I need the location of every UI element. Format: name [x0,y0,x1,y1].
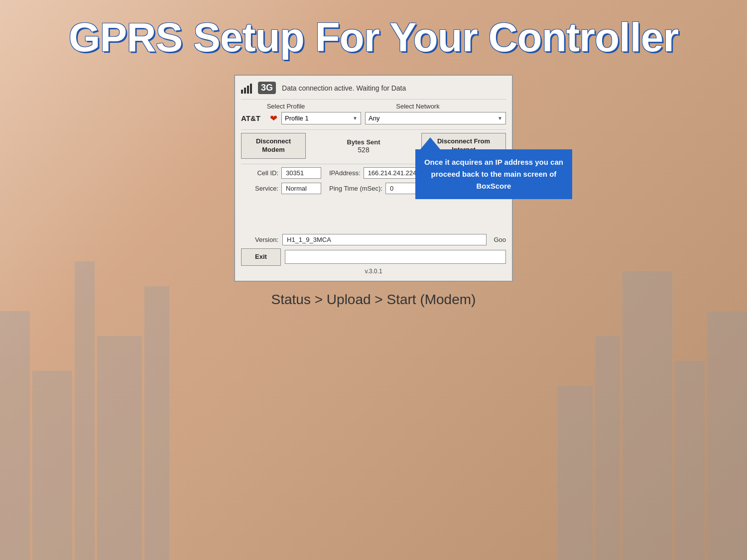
3g-badge: 3G [258,82,276,94]
disconnect-modem-label: Disconnect Modem [256,137,291,153]
control-panel: 3G Data connection active. Waiting for D… [234,75,513,282]
bytes-sent-value: 528 [310,146,417,154]
divider-2 [241,129,506,130]
tooltip-box: Once it acquires an IP address you can p… [415,149,572,199]
exit-input-field[interactable] [285,250,506,264]
tooltip-line3: BoxScore [476,182,511,190]
profile-dropdown-arrow: ▼ [353,115,358,121]
disconnect-modem-button[interactable]: Disconnect Modem [241,133,306,159]
service-label: Service: [241,185,278,192]
network-value: Any [369,114,379,122]
network-column-label: Select Network [330,103,506,110]
tooltip-line1: Once it acquires an IP address you can [424,158,563,166]
profile-value: Profile 1 [285,114,309,122]
profile-dropdown[interactable]: Profile 1 ▼ [281,112,361,124]
signal-bar-4 [250,84,252,94]
exit-label: Exit [255,253,267,260]
tooltip-line2: proceed back to the main screen of [431,170,557,178]
heart-icon: ❤ [270,113,277,124]
version-bottom: v.3.0.1 [241,268,506,275]
cell-id-value: 30351 [281,167,321,179]
tooltip-overlay: Once it acquires an IP address you can p… [415,137,572,199]
ping-label: Ping Time (mSec): [329,185,382,192]
ping-value-container: 0 Once it acquires an IP address you can… [385,183,506,194]
version-value: H1_1_9_3MCA [282,234,487,245]
version-label: Version: [241,236,278,243]
column-labels: Select Profile Select Network [241,103,506,110]
signal-bar-1 [241,90,243,94]
cell-id-label: Cell ID: [241,169,278,177]
good-label: Goo [494,236,506,243]
page-title: GPRS Setup For Your Controller [69,15,678,60]
divider-1 [241,99,506,100]
version-row: Version: H1_1_9_3MCA Goo [241,234,506,245]
provider-row: AT&T ❤ Profile 1 ▼ Any ▼ [241,112,506,124]
signal-bar-3 [247,86,249,94]
network-dropdown-arrow: ▼ [498,115,502,121]
signal-icon [241,83,252,94]
service-ping-row: Service: Normal Ping Time (mSec): 0 Once… [241,183,506,194]
provider-name: AT&T [241,114,266,122]
bottom-subtitle: Status > Upload > Start (Modem) [271,292,476,308]
exit-row: Exit [241,248,506,266]
main-content: GPRS Setup For Your Controller 3G Data c… [0,0,747,560]
exit-button[interactable]: Exit [241,248,281,266]
bytes-sent-label: Bytes Sent [310,138,417,146]
network-dropdown[interactable]: Any ▼ [365,112,506,124]
ip-label: IPAddress: [329,169,361,177]
tooltip-arrow [420,137,440,149]
connection-status: Data connection active. Waiting for Data [282,84,406,92]
status-bar: 3G Data connection active. Waiting for D… [241,82,506,94]
service-value: Normal [281,183,321,194]
signal-bar-2 [244,88,246,94]
bytes-sent-display: Bytes Sent 528 [310,138,417,154]
profile-column-label: Select Profile [246,103,326,110]
